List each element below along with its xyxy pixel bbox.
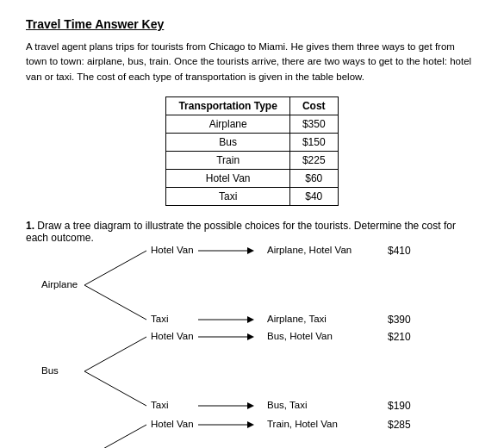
table-cell: Hotel Van [166, 169, 289, 187]
intro-text: A travel agent plans trips for tourists … [26, 40, 478, 84]
table-cell: $40 [289, 187, 338, 205]
svg-marker-5 [247, 316, 254, 323]
question-1-number: 1. [26, 220, 34, 232]
cost-table: Transportation Type Cost Airplane$350Bus… [165, 96, 338, 206]
tree-outcome-label: Train, Hotel Van [267, 419, 338, 429]
table-cell: $60 [289, 169, 338, 187]
svg-line-3 [84, 285, 146, 320]
tree-cost-label: $285 [388, 419, 411, 431]
tree-cost-label: $390 [388, 314, 411, 326]
tree-branch-label: Taxi [151, 314, 168, 324]
tree-branch-label: Hotel Van [151, 245, 194, 255]
table-cell: Taxi [166, 187, 289, 205]
question-1-text: Draw a tree diagram to illustrate the po… [26, 220, 456, 244]
cost-table-wrapper: Transportation Type Cost Airplane$350Bus… [26, 96, 478, 206]
svg-line-12 [84, 425, 146, 448]
table-cell: $350 [289, 115, 338, 133]
tree-branch-label: Hotel Van [151, 419, 194, 429]
tree-cost-label: $410 [388, 245, 411, 257]
table-cell: Bus [166, 133, 289, 151]
tree-outcome-label: Airplane, Taxi [267, 314, 327, 324]
table-cell: $150 [289, 133, 338, 151]
tree-cost-label: $190 [388, 400, 411, 412]
tree-outcome-label: Bus, Taxi [267, 400, 307, 410]
tree-outcome-label: Airplane, Hotel Van [267, 245, 352, 255]
svg-marker-2 [247, 247, 254, 254]
tree-branch-label: Hotel Van [151, 331, 194, 341]
svg-line-9 [84, 371, 146, 406]
table-cell: Airplane [166, 115, 289, 133]
col-header-cost: Cost [289, 96, 338, 115]
tree-root-label: Airplane [41, 279, 78, 289]
table-cell: $225 [289, 151, 338, 169]
question-1: 1. Draw a tree diagram to illustrate the… [26, 220, 478, 244]
svg-marker-8 [247, 333, 254, 340]
table-cell: Train [166, 151, 289, 169]
tree-root-label: Bus [41, 365, 59, 376]
page-title: Travel Time Answer Key [26, 17, 478, 31]
tree-diagram: AirplaneHotel VanAirplane, Hotel Van$410… [26, 252, 478, 448]
svg-line-6 [84, 337, 146, 371]
svg-marker-14 [247, 421, 254, 428]
tree-branch-label: Taxi [151, 400, 168, 410]
col-header-type: Transportation Type [166, 96, 289, 115]
svg-line-0 [84, 251, 146, 285]
tree-outcome-label: Bus, Hotel Van [267, 331, 333, 341]
svg-marker-11 [247, 402, 254, 409]
tree-cost-label: $210 [388, 331, 411, 343]
